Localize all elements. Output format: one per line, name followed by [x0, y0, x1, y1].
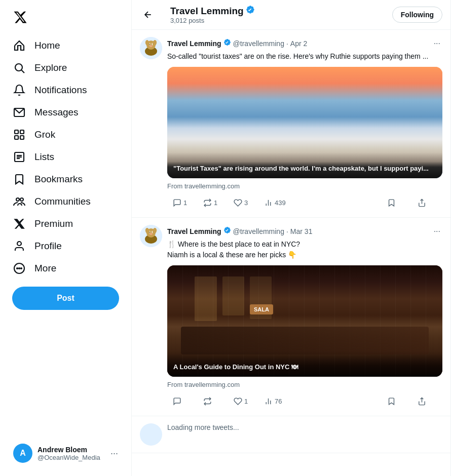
tweet-more-button-2[interactable]: ··· [432, 225, 442, 238]
retweet-button-2[interactable] [198, 393, 228, 409]
svg-rect-5 [15, 136, 18, 139]
views-count-1: 439 [275, 199, 286, 207]
avatar: A [13, 444, 32, 463]
tweet-body-1: Travel Lemming @travellemming · Apr 2 ··… [167, 37, 442, 210]
tweet-date-1: Apr 2 [290, 39, 307, 48]
retweet-button-1[interactable]: 1 [198, 195, 228, 210]
sidebar-grok-label: Grok [34, 129, 55, 140]
heart-icon [233, 198, 242, 207]
x-logo[interactable] [6, 4, 125, 32]
share-button-1[interactable] [412, 195, 442, 210]
image-caption-2: A Local's Guide to Dining Out in NYC 🍽 [167, 351, 442, 377]
sidebar-item-explore[interactable]: Explore [6, 57, 125, 79]
tweet-source-1: From travellemming.com [167, 182, 442, 190]
back-button[interactable] [140, 7, 156, 23]
reply-button-2[interactable] [167, 393, 198, 409]
profile-name: Travel Lemming [170, 5, 378, 17]
sidebar-lists-label: Lists [34, 151, 54, 163]
svg-point-13 [17, 242, 21, 246]
profile-header: Travel Lemming 3,012 posts Following [132, 0, 450, 30]
premium-x-icon [13, 218, 25, 230]
like-count-2: 1 [244, 398, 248, 405]
person-icon [13, 240, 25, 252]
sidebar-item-messages[interactable]: Messages [6, 101, 125, 124]
image-caption-1: "Tourist Taxes" are rising around the wo… [167, 152, 442, 178]
verified-badge [246, 5, 255, 17]
chart-icon-2 [264, 396, 273, 406]
user-account-button[interactable]: A Andrew Bloem @OceanWide_Media ··· [6, 439, 125, 468]
svg-rect-4 [20, 130, 24, 134]
like-button-2[interactable]: 1 [228, 393, 258, 409]
reply-count-1: 1 [183, 199, 187, 207]
sidebar-item-home[interactable]: Home [6, 34, 125, 57]
svg-rect-6 [20, 136, 24, 139]
nyc-image: SALA A Local's Guide to Dining Out in NY… [167, 265, 442, 377]
reply-icon-2 [172, 396, 181, 406]
user-display-name: Andrew Bloem [37, 446, 105, 454]
reply-button-1[interactable]: 1 [167, 195, 198, 210]
svg-rect-3 [15, 130, 18, 134]
sidebar-home-label: Home [34, 40, 60, 51]
tweet-more-button-1[interactable]: ··· [432, 37, 442, 50]
sidebar-item-grok[interactable]: Grok [6, 124, 125, 146]
tweet-verified-2 [223, 226, 231, 236]
share-icon-2 [417, 396, 426, 406]
bell-icon [13, 84, 25, 96]
following-button[interactable]: Following [392, 7, 442, 23]
tweet-1: Travel Lemming @travellemming · Apr 2 ··… [132, 30, 450, 218]
retweet-icon [203, 198, 212, 207]
main-nav: Home Explore Notifications [6, 34, 125, 280]
tweet-meta-1: Travel Lemming @travellemming · Apr 2 ··… [167, 37, 442, 50]
tweet-avatar-1[interactable] [140, 37, 162, 59]
tweet-handle-2: @travellemming [233, 227, 284, 235]
sidebar-item-notifications[interactable]: Notifications [6, 79, 125, 101]
views-button-2[interactable]: 76 [258, 393, 289, 409]
svg-point-17 [21, 268, 22, 269]
tweet-avatar-2[interactable] [140, 225, 162, 247]
sidebar-item-premium[interactable]: Premium [6, 213, 125, 235]
sidebar-messages-label: Messages [34, 107, 79, 118]
tweet-actions-2: 1 76 [167, 393, 442, 409]
tweet-date-2: Mar 31 [290, 227, 313, 235]
tweet-image-2[interactable]: SALA A Local's Guide to Dining Out in NY… [167, 265, 442, 377]
tweet-author-1: Travel Lemming @travellemming · Apr 2 [167, 38, 307, 49]
sidebar-item-more[interactable]: More [6, 257, 125, 280]
sidebar-item-profile[interactable]: Profile [6, 235, 125, 257]
sidebar-item-bookmarks[interactable]: Bookmarks [6, 168, 125, 190]
tweet-author-name-1: Travel Lemming [167, 39, 221, 48]
search-icon [13, 62, 25, 74]
svg-point-11 [16, 198, 19, 201]
tweet-verified-1 [223, 38, 231, 49]
share-button-2[interactable] [412, 393, 442, 409]
header-title-block: Travel Lemming 3,012 posts [170, 5, 378, 24]
post-button[interactable]: Post [12, 287, 119, 310]
bookmark-button-1[interactable] [382, 195, 412, 210]
tweet-author-name-2: Travel Lemming [167, 227, 221, 235]
tweet-actions-1: 1 1 [167, 195, 442, 210]
sidebar-premium-label: Premium [34, 218, 73, 229]
bookmark-button-2[interactable] [382, 393, 412, 409]
tweet-text-1: So-called "tourist taxes" are on the ris… [167, 51, 442, 62]
sidebar-item-lists[interactable]: Lists [6, 146, 125, 168]
tweet-source-2: From travellemming.com [167, 381, 442, 388]
views-button-1[interactable]: 439 [258, 195, 291, 210]
reply-icon [172, 198, 181, 207]
bookmark-icon [13, 173, 25, 185]
sidebar: Home Explore Notifications [0, 0, 132, 476]
tweet-image-1[interactable]: "Tourist Taxes" are rising around the wo… [167, 67, 442, 178]
more-tweets-hint: Loading more tweets... [132, 416, 450, 453]
sidebar-item-communities[interactable]: Communities [6, 190, 125, 213]
tweet-text-2: 🍴 Where is the best place to eat in NYC?… [167, 239, 442, 260]
grok-icon [13, 129, 25, 141]
heart-icon-2 [233, 396, 242, 406]
user-info: Andrew Bloem @OceanWide_Media [37, 446, 105, 461]
views-count-2: 76 [275, 398, 282, 405]
svg-line-1 [22, 70, 25, 73]
user-more-icon: ··· [110, 448, 118, 459]
tweet-meta-2: Travel Lemming @travellemming · Mar 31 ·… [167, 225, 442, 238]
tweet-top: Travel Lemming @travellemming · Apr 2 ··… [140, 37, 442, 210]
communities-icon [13, 195, 25, 208]
like-button-1[interactable]: 3 [228, 195, 258, 210]
bookmark-action-icon-2 [387, 396, 396, 406]
svg-point-26 [149, 45, 153, 47]
